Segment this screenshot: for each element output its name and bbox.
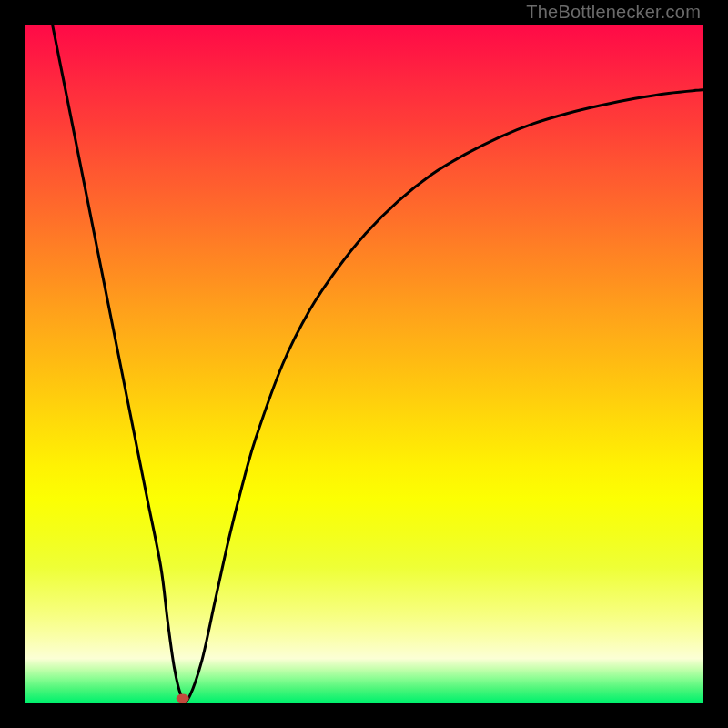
plot-area [25,25,703,703]
watermark-text: TheBottlenecker.com [526,2,701,23]
chart-svg [25,25,703,703]
chart-frame: TheBottlenecker.com [0,0,728,728]
chart-background [25,25,703,703]
